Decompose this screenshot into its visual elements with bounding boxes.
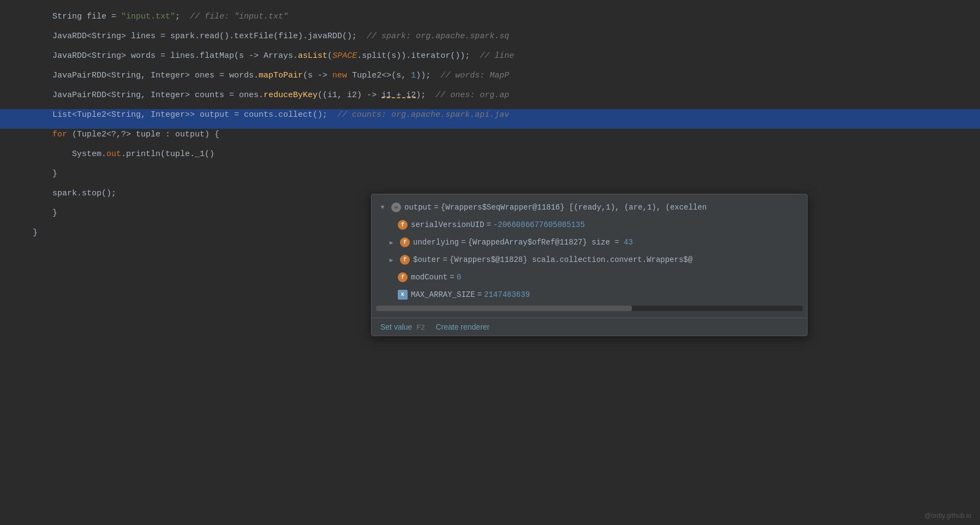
debug-varname-maxSize: MAX_ARRAY_SIZE (411, 290, 475, 299)
code-hint: // file: "input.txt" (190, 12, 288, 21)
code-token: JavaPairRDD<String, Integer> ones = word… (33, 71, 259, 80)
code-token: )); (416, 71, 440, 80)
debug-value-outer: {Wrappers$@11828} scala.collection.conve… (450, 255, 692, 264)
debug-equals: = (477, 290, 482, 299)
debug-value-output: {Wrappers$SeqWrapper@11816} [(ready,1), … (441, 203, 707, 212)
code-token: (Tuple2<?,?> tuple : output) { (67, 130, 219, 139)
expand-icon-underlying[interactable]: ▶ (387, 239, 396, 246)
code-token: new (332, 71, 347, 80)
code-token: JavaPairRDD<String, Integer> counts = on… (33, 91, 264, 100)
code-token: for (52, 130, 67, 139)
code-content-2: JavaRDD<String> lines = spark.read().tex… (27, 32, 980, 41)
debug-equals: = (443, 255, 447, 264)
create-renderer-button[interactable]: Create renderer (435, 323, 489, 331)
debug-popup: ▼ ∞ output = {Wrappers$SeqWrapper@11816}… (371, 194, 808, 336)
code-token: System. (33, 150, 106, 159)
debug-varname-serial: serialVersionUID (411, 220, 484, 229)
field-icon-f: f (398, 220, 408, 230)
set-value-label: Set value (380, 323, 412, 331)
field-icon-f: f (398, 272, 408, 282)
code-token: asList (298, 51, 327, 61)
debug-value-maxSize: 2147483639 (484, 290, 530, 299)
code-content-1: String file = "input.txt"; // file: "inp… (27, 12, 980, 21)
code-content-7: for (Tuple2<?,?> tuple : output) { (27, 130, 980, 139)
code-token: mapToPair (259, 71, 303, 80)
code-token: } (33, 228, 38, 237)
set-value-button[interactable]: Set value F2 (380, 323, 425, 331)
debug-scrollbar-thumb (376, 306, 632, 311)
code-token: List<Tuple2<String, Integer>> output = c… (33, 110, 337, 120)
code-line-1: String file = "input.txt"; // file: "inp… (0, 11, 980, 31)
code-content-6: List<Tuple2<String, Integer>> output = c… (27, 110, 980, 120)
debug-value-underlying: {WrappedArray$ofRef@11827} size = 43 (468, 238, 632, 247)
code-token: .split(s)).iterator()); (357, 51, 480, 61)
debug-value-modCount: 0 (457, 273, 461, 282)
code-content-5: JavaPairRDD<String, Integer> counts = on… (27, 91, 980, 100)
code-token: JavaRDD<String> lines = spark.read().tex… (33, 32, 367, 41)
infinity-icon: ∞ (391, 202, 401, 212)
code-hint: // spark: org.apache.spark.sq (367, 32, 509, 41)
debug-size-num: 43 (624, 238, 633, 247)
code-token: (s -> (303, 71, 332, 80)
code-token: i1 + i2 (381, 91, 416, 100)
code-line-3: JavaRDD<String> words = lines.flatMap(s … (0, 50, 980, 70)
debug-row-maxArraySize: K MAX_ARRAY_SIZE = 2147483639 (372, 286, 807, 303)
debug-equals: = (434, 203, 438, 212)
field-icon-f: f (400, 255, 410, 265)
code-token: ; (175, 12, 190, 21)
code-line-8: System.out.println(tuple._1() (0, 148, 980, 168)
code-token: } (33, 169, 57, 178)
code-hint: // counts: org.apache.spark.api.jav (337, 110, 509, 120)
set-value-shortcut: F2 (416, 323, 425, 331)
create-renderer-label: Create renderer (435, 323, 489, 331)
debug-row-underlying: ▶ f underlying = {WrappedArray$ofRef@118… (372, 234, 807, 251)
code-token: SPACE (332, 51, 357, 61)
code-token: JavaRDD<String> words = lines.flatMap(s … (33, 51, 298, 61)
code-line-5: JavaPairRDD<String, Integer> counts = on… (0, 90, 980, 109)
debug-row-outer: ▶ f $outer = {Wrappers$@11828} scala.col… (372, 251, 807, 269)
code-hint: // ones: org.ap (435, 91, 509, 100)
debug-scrollbar[interactable] (376, 306, 803, 311)
code-content-8: System.out.println(tuple._1() (27, 150, 980, 159)
debug-varname-underlying: underlying (413, 238, 459, 247)
code-token (33, 130, 52, 139)
code-line-2: JavaRDD<String> lines = spark.read().tex… (0, 31, 980, 50)
debug-row-serialVersionUID: f serialVersionUID = -206608667760508513… (372, 216, 807, 234)
code-hint: // line (480, 51, 514, 61)
editor-area: String file = "input.txt"; // file: "inp… (0, 0, 980, 525)
debug-value-serial: -2066086677605085135 (493, 220, 585, 229)
code-hint: // words: MapP (440, 71, 509, 80)
expand-icon[interactable]: ▼ (378, 204, 387, 211)
debug-varname-output: output (404, 203, 432, 212)
field-icon-s: K (398, 290, 408, 300)
code-token: ); (416, 91, 435, 100)
code-line-9: } (0, 168, 980, 188)
code-token: } (33, 208, 57, 218)
code-line-4: JavaPairRDD<String, Integer> ones = word… (0, 70, 980, 90)
code-token: ( (327, 51, 332, 61)
debug-popup-content: ▼ ∞ output = {Wrappers$SeqWrapper@11816}… (372, 194, 807, 318)
debug-equals: = (450, 273, 454, 282)
debug-bottom-bar: Set value F2 Create renderer (372, 318, 807, 336)
debug-varname-modCount: modCount (411, 273, 447, 282)
debug-row-modCount: f modCount = 0 (372, 269, 807, 286)
expand-icon-outer[interactable]: ▶ (387, 256, 396, 264)
code-content-4: JavaPairRDD<String, Integer> ones = word… (27, 71, 980, 80)
code-token: 1 (411, 71, 416, 80)
code-content-9: } (27, 169, 980, 178)
code-token: reduceByKey (264, 91, 318, 100)
debug-main-row: ▼ ∞ output = {Wrappers$SeqWrapper@11816}… (372, 199, 807, 216)
debug-equals: = (486, 220, 491, 229)
code-token: ((i1, i2) -> (318, 91, 381, 100)
code-token: String file = (33, 12, 121, 21)
field-icon-f: f (400, 237, 410, 247)
code-content-3: JavaRDD<String> words = lines.flatMap(s … (27, 51, 980, 61)
code-token: Tuple2<>(s, (347, 71, 411, 80)
debug-equals: = (461, 238, 465, 247)
code-token: .println(tuple._1() (121, 150, 214, 159)
code-line-6: List<Tuple2<String, Integer>> output = c… (0, 109, 980, 129)
watermark: @ordiy.github.io (924, 512, 971, 520)
code-token: spark.stop(); (33, 189, 116, 198)
code-token: "input.txt" (121, 12, 175, 21)
debug-varname-outer: $outer (413, 255, 440, 264)
